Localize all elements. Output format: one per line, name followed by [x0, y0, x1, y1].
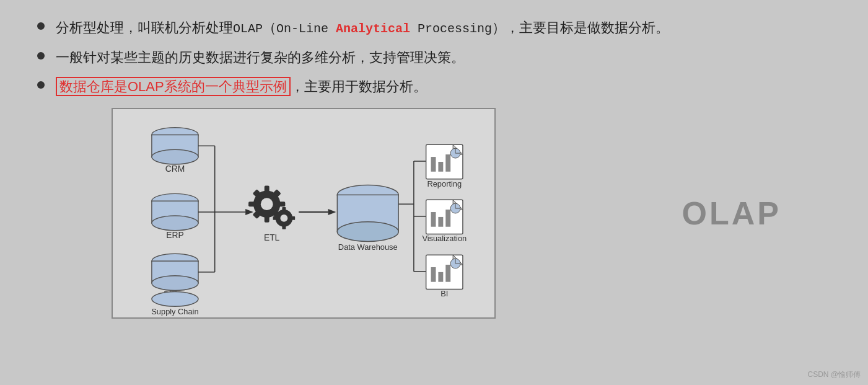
svg-point-41	[337, 222, 398, 242]
bullet-item-2: 一般针对某些主题的历史数据进行复杂的多维分析，支持管理决策。	[37, 47, 831, 68]
bullet-item-3: 数据仓库是OLAP系统的一个典型示例，主要用于数据分析。	[37, 76, 831, 97]
bullet-dot-1	[37, 22, 45, 30]
bullet-dot-3	[37, 81, 45, 89]
svg-rect-61	[445, 210, 450, 227]
svg-rect-51	[438, 162, 443, 172]
svg-text:CRM: CRM	[165, 164, 185, 174]
svg-rect-34	[290, 216, 295, 220]
svg-text:ERP: ERP	[166, 230, 183, 240]
diagram-box: CRM ERP Billing Supply Chain	[112, 108, 496, 319]
svg-text:Data Warehouse: Data Warehouse	[338, 242, 398, 252]
olap-big-label: OLAP	[682, 195, 781, 232]
svg-rect-32	[282, 207, 286, 212]
svg-text:Visualization: Visualization	[422, 234, 467, 243]
svg-marker-38	[328, 209, 336, 215]
bullet-text-1: 分析型处理，叫联机分析处理OLAP（On-Line Analytical Pro…	[56, 17, 831, 38]
bullet-dot-2	[37, 52, 45, 60]
svg-rect-50	[431, 157, 436, 172]
svg-rect-23	[265, 215, 270, 223]
svg-point-2	[152, 149, 198, 164]
svg-rect-52	[445, 154, 450, 172]
svg-rect-35	[273, 216, 278, 220]
svg-point-10	[152, 276, 198, 291]
bullet-item-1: 分析型处理，叫联机分析处理OLAP（On-Line Analytical Pro…	[37, 17, 831, 38]
svg-point-12	[152, 291, 198, 306]
svg-point-21	[261, 198, 273, 210]
svg-rect-69	[438, 272, 443, 282]
svg-rect-25	[248, 201, 256, 206]
svg-point-31	[280, 215, 287, 222]
bullet-text-3: 数据仓库是OLAP系统的一个典型示例，主要用于数据分析。	[56, 76, 831, 97]
svg-rect-22	[265, 186, 270, 193]
watermark: CSDN @愉师傅	[807, 370, 861, 380]
svg-marker-19	[245, 209, 253, 215]
svg-rect-33	[282, 224, 286, 229]
svg-rect-70	[445, 265, 450, 282]
svg-rect-24	[278, 201, 285, 206]
svg-rect-60	[438, 217, 443, 227]
svg-text:Reporting: Reporting	[427, 179, 462, 188]
bullet-text-2: 一般针对某些主题的历史数据进行复杂的多维分析，支持管理决策。	[56, 47, 831, 68]
slide-content: 分析型处理，叫联机分析处理OLAP（On-Line Analytical Pro…	[0, 0, 868, 331]
svg-rect-68	[431, 267, 436, 282]
svg-text:Supply Chain: Supply Chain	[151, 307, 198, 316]
bullet-list: 分析型处理，叫联机分析处理OLAP（On-Line Analytical Pro…	[37, 17, 831, 97]
svg-point-6	[152, 216, 198, 231]
bullet3-suffix: ，主要用于数据分析。	[291, 79, 427, 94]
highlight-text: 数据仓库是OLAP系统的一个典型示例	[56, 77, 291, 96]
svg-rect-59	[431, 212, 436, 227]
diagram-svg: CRM ERP Billing Supply Chain	[113, 109, 494, 317]
svg-text:BI: BI	[441, 289, 448, 298]
diagram-area: CRM ERP Billing Supply Chain	[37, 108, 831, 319]
svg-text:ETL: ETL	[264, 232, 280, 242]
